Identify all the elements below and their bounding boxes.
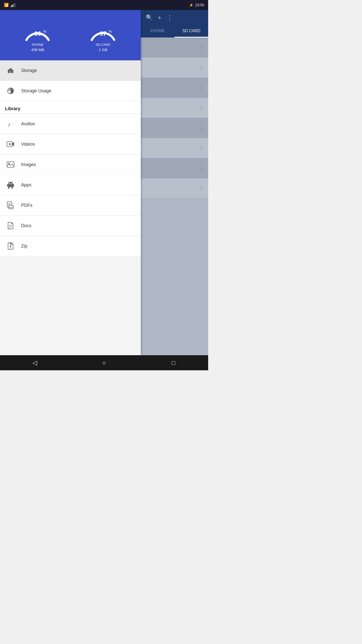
sdcard-size: 1 GB [99, 48, 107, 52]
sdcard-gauge-container: 97 % [88, 19, 118, 41]
right-header: 🔍 + ⋮ [141, 10, 208, 25]
phone-size: 458 MB [31, 48, 44, 52]
svg-line-25 [12, 181, 13, 182]
battery-icon: ⚡ [189, 3, 193, 7]
status-bar-left: 📶 [4, 3, 15, 7]
videos-label: Videos [21, 142, 35, 147]
right-row-8: ⋮ [141, 178, 208, 198]
storage-usage-label: Storage Usage [21, 88, 51, 94]
video-icon [5, 139, 16, 150]
sdcard-gauge-svg: 97 % [88, 19, 118, 41]
header-icons: 🔍 + ⋮ [146, 14, 173, 22]
row-more-1[interactable]: ⋮ [199, 45, 204, 51]
zip-label: Zip [21, 244, 27, 249]
status-bar-right: ⚡ 23:55 [189, 3, 204, 7]
sdcard-label: SD CARD [96, 43, 111, 47]
svg-text:PDF: PDF [9, 206, 13, 209]
row-more-2[interactable]: ⋮ [199, 65, 204, 71]
phone-gauge-container: 96 % [23, 19, 53, 41]
phone-gauge-svg: 96 % [23, 19, 53, 41]
add-icon[interactable]: + [158, 14, 161, 22]
right-content: ⋮ ⋮ ⋮ ⋮ ⋮ ⋮ ⋮ ⋮ [141, 37, 208, 355]
recents-button[interactable]: □ [166, 355, 181, 370]
nav-item-storage-usage[interactable]: Storage Usage [0, 81, 141, 101]
apps-label: Apps [21, 182, 31, 188]
svg-marker-13 [9, 143, 11, 145]
svg-rect-0 [11, 6, 12, 7]
main-container: 96 % PHONE 458 MB 97 % [0, 10, 208, 355]
svg-marker-12 [12, 142, 14, 146]
right-row-3: ⋮ [141, 78, 208, 98]
signal-icon [11, 3, 15, 7]
svg-rect-35 [10, 244, 11, 245]
right-row-5: ⋮ [141, 118, 208, 138]
images-label: Images [21, 162, 36, 167]
svg-line-24 [9, 181, 9, 182]
nav-item-zip[interactable]: Zip [0, 236, 141, 256]
svg-text:96: 96 [34, 30, 41, 37]
audios-label: Audios [21, 121, 35, 127]
search-icon[interactable]: 🔍 [146, 14, 153, 21]
tab-bar: PHONE SD CARD [141, 25, 208, 37]
storage-label: Storage [21, 68, 37, 73]
nav-item-apps[interactable]: Apps [0, 175, 141, 195]
storage-header: 96 % PHONE 458 MB 97 % [0, 10, 141, 60]
pdf-icon: PDF [5, 200, 16, 211]
nav-menu: Storage Storage Usage Library [0, 60, 141, 355]
more-options-icon[interactable]: ⋮ [166, 14, 173, 22]
phone-label: PHONE [32, 43, 43, 47]
docs-label: Docs [21, 223, 31, 228]
tab-sdcard[interactable]: SD CARD [174, 25, 208, 37]
right-row-6: ⋮ [141, 138, 208, 158]
status-bar: 📶 ⚡ 23:55 [0, 0, 208, 10]
svg-rect-1 [12, 5, 13, 7]
svg-rect-20 [8, 187, 10, 189]
row-more-7[interactable]: ⋮ [199, 165, 204, 171]
row-more-3[interactable]: ⋮ [199, 85, 204, 91]
row-more-6[interactable]: ⋮ [199, 145, 204, 151]
right-panel: 🔍 + ⋮ PHONE SD CARD ⋮ ⋮ ⋮ [141, 10, 208, 355]
svg-rect-34 [10, 243, 11, 244]
svg-rect-8 [10, 71, 12, 73]
svg-rect-17 [8, 184, 13, 187]
right-row-4: ⋮ [141, 98, 208, 118]
svg-rect-14 [7, 162, 14, 167]
home-button[interactable]: ○ [97, 355, 112, 370]
images-icon [5, 159, 16, 170]
nav-item-pdfs[interactable]: PDF PDFs [0, 195, 141, 216]
tab-phone[interactable]: PHONE [141, 25, 174, 37]
wifi-icon: 📶 [4, 3, 9, 7]
zip-icon [5, 240, 16, 252]
nav-item-audios[interactable]: ♪ Audios [0, 114, 141, 134]
nav-item-videos[interactable]: Videos [0, 134, 141, 154]
right-row-1: ⋮ [141, 37, 208, 58]
library-section-header: Library [0, 101, 141, 114]
right-row-7: ⋮ [141, 158, 208, 178]
svg-rect-19 [13, 184, 14, 187]
svg-rect-18 [7, 184, 8, 187]
sdcard-gauge: 97 % SD CARD 1 GB [88, 19, 118, 52]
status-time: 23:55 [195, 3, 204, 7]
home-icon [5, 65, 16, 76]
row-more-5[interactable]: ⋮ [199, 125, 204, 131]
android-icon [5, 179, 16, 190]
svg-rect-2 [13, 4, 14, 7]
svg-text:%: % [43, 29, 46, 33]
nav-item-storage[interactable]: Storage [0, 60, 141, 81]
nav-item-images[interactable]: Images [0, 154, 141, 175]
bottom-nav: ◁ ○ □ [0, 355, 208, 370]
svg-rect-37 [10, 247, 11, 248]
svg-text:♪: ♪ [8, 121, 11, 127]
back-button[interactable]: ◁ [27, 355, 42, 370]
pdfs-label: PDFs [21, 203, 32, 208]
right-row-2: ⋮ [141, 58, 208, 78]
svg-point-22 [9, 183, 10, 184]
svg-text:%: % [109, 29, 112, 33]
pie-chart-icon [5, 85, 16, 96]
svg-rect-3 [15, 3, 15, 7]
row-more-8[interactable]: ⋮ [199, 185, 204, 191]
row-more-4[interactable]: ⋮ [199, 105, 204, 111]
left-panel: 96 % PHONE 458 MB 97 % [0, 10, 141, 355]
svg-point-23 [11, 183, 12, 184]
nav-item-docs[interactable]: Docs [0, 216, 141, 236]
